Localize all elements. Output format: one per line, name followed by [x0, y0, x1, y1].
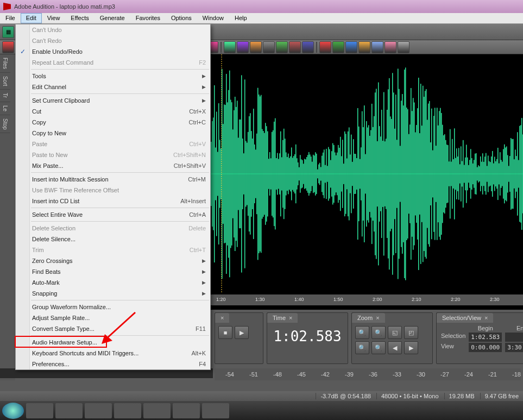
- task-item[interactable]: [85, 403, 112, 418]
- toolbar-button-22[interactable]: [302, 41, 314, 53]
- toolbar-button-16[interactable]: [224, 41, 236, 53]
- close-icon[interactable]: ×: [220, 315, 224, 321]
- menu-shortcut: Ctrl+T: [190, 247, 206, 253]
- svg-rect-436: [487, 166, 488, 181]
- menu-edit[interactable]: Edit: [21, 13, 42, 23]
- menu-item-cut[interactable]: CutCtrl+X: [16, 106, 210, 117]
- zoom-left-button[interactable]: ◀: [388, 341, 402, 354]
- zoom-full-button[interactable]: ◱: [388, 326, 402, 339]
- menu-item-paste-to-new: Paste to NewCtrl+Shift+N: [16, 149, 210, 160]
- start-button[interactable]: [2, 403, 24, 419]
- task-item[interactable]: [143, 403, 171, 418]
- menu-item-label: Preferences...: [32, 361, 69, 367]
- menu-item-set-current-clipboard[interactable]: Set Current Clipboard▶: [16, 95, 210, 106]
- menu-item-mix-paste[interactable]: Mix Paste...Ctrl+Shift+V: [16, 160, 210, 171]
- check-icon: ✓: [20, 48, 26, 55]
- menu-shortcut: Ctrl+A: [189, 211, 206, 218]
- svg-rect-466: [519, 126, 520, 222]
- menu-generate[interactable]: Generate: [94, 13, 130, 23]
- menu-item-tools[interactable]: Tools▶: [16, 71, 210, 82]
- menu-effects[interactable]: Effects: [65, 13, 94, 23]
- task-item[interactable]: [173, 403, 200, 418]
- svg-rect-421: [470, 149, 471, 198]
- menu-item-preferences[interactable]: Preferences...F4: [16, 359, 210, 369]
- sidebar-tab-le[interactable]: Le: [0, 102, 10, 115]
- play-button[interactable]: ▶: [235, 326, 249, 339]
- toolbar-button-21[interactable]: [289, 41, 301, 53]
- menu-favorites[interactable]: Favorites: [130, 13, 166, 23]
- zoom-in-v-button[interactable]: 🔍: [355, 341, 369, 354]
- menu-item-label: Paste: [32, 141, 47, 147]
- selview-begin[interactable]: 1:02.583: [469, 333, 502, 342]
- task-item[interactable]: [26, 403, 53, 418]
- menu-item-find-beats[interactable]: Find Beats▶: [16, 266, 210, 277]
- menu-item-delete-silence[interactable]: Delete Silence...: [16, 234, 210, 245]
- selview-tab[interactable]: Selection/View ×: [437, 313, 493, 323]
- menu-item-insert-into-cd-list[interactable]: Insert into CD ListAlt+Insert: [16, 196, 210, 206]
- sidebar-tab-tr[interactable]: Tr: [0, 90, 10, 102]
- menu-window[interactable]: Window: [197, 13, 229, 23]
- svg-rect-235: [268, 159, 269, 189]
- selview-begin[interactable]: 0:00.000: [469, 343, 502, 352]
- menu-item-copy[interactable]: CopyCtrl+C: [16, 117, 210, 128]
- toolbar-button-25[interactable]: [345, 41, 357, 53]
- task-item[interactable]: [202, 403, 229, 418]
- menu-item-zero-crossings[interactable]: Zero Crossings▶: [16, 255, 210, 266]
- svg-rect-221: [253, 109, 254, 239]
- sidebar-tab-stop[interactable]: Stop: [0, 115, 10, 134]
- menu-item-copy-to-new[interactable]: Copy to New: [16, 128, 210, 139]
- zoom-out-v-button[interactable]: 🔍: [371, 341, 386, 354]
- svg-rect-329: [370, 130, 371, 217]
- menu-item-enable-undo-redo[interactable]: ✓Enable Undo/Redo: [16, 46, 210, 57]
- windows-taskbar[interactable]: [0, 401, 523, 420]
- sidebar-tab-files[interactable]: Files: [0, 54, 10, 73]
- svg-rect-189: [218, 103, 219, 245]
- selview-end[interactable]: 3:30.648: [505, 343, 523, 352]
- toolbar-button-20[interactable]: [276, 41, 288, 53]
- svg-rect-297: [336, 155, 337, 192]
- menu-item-snapping[interactable]: Snapping▶: [16, 288, 210, 299]
- menu-item-select-entire-wave[interactable]: Select Entire WaveCtrl+A: [16, 209, 210, 220]
- time-tab[interactable]: Time ×: [267, 313, 298, 323]
- transport-tab[interactable]: ×: [215, 313, 229, 323]
- close-icon[interactable]: ×: [289, 315, 292, 321]
- close-icon[interactable]: ×: [376, 315, 379, 321]
- toolbar-button-28[interactable]: [385, 41, 396, 53]
- selview-end[interactable]: [505, 333, 523, 342]
- menu-item-label: Find Beats: [32, 268, 61, 275]
- menu-options[interactable]: Options: [166, 13, 197, 23]
- svg-rect-370: [415, 132, 416, 215]
- menu-file[interactable]: File: [0, 13, 21, 23]
- toolbar-button-19[interactable]: [263, 41, 275, 53]
- svg-rect-409: [457, 156, 458, 191]
- menu-item-auto-mark[interactable]: Auto-Mark▶: [16, 277, 210, 288]
- menu-item-insert-into-multitrack-session[interactable]: Insert into Multitrack SessionCtrl+M: [16, 174, 210, 185]
- toolbar-button-0[interactable]: [2, 41, 14, 53]
- zoom-in-h-button[interactable]: 🔍: [355, 326, 369, 339]
- stop-button[interactable]: ■: [218, 326, 232, 339]
- toolbar-button-26[interactable]: [358, 41, 370, 53]
- task-item[interactable]: [114, 403, 141, 418]
- close-icon[interactable]: ×: [484, 315, 488, 321]
- toolbar-button-24[interactable]: [332, 41, 344, 53]
- edit-view-button[interactable]: ▦: [2, 26, 14, 38]
- svg-rect-397: [444, 134, 445, 214]
- toolbar-button-18[interactable]: [250, 41, 262, 53]
- sidebar-tab-sort[interactable]: Sort: [0, 73, 10, 90]
- zoom-out-h-button[interactable]: 🔍: [371, 326, 386, 339]
- toolbar-button-29[interactable]: [398, 41, 409, 53]
- toolbar-button-17[interactable]: [237, 41, 249, 53]
- svg-rect-260: [295, 145, 297, 203]
- zoom-sel-button[interactable]: ◰: [404, 326, 418, 339]
- toolbar-button-23[interactable]: [319, 41, 331, 53]
- zoom-tab[interactable]: Zoom ×: [352, 313, 385, 323]
- db-tick: -33: [393, 371, 401, 378]
- menu-view[interactable]: View: [42, 13, 66, 23]
- zoom-right-button[interactable]: ▶: [404, 341, 418, 354]
- menu-help[interactable]: Help: [229, 13, 253, 23]
- menu-item-label: Adjust Sample Rate...: [32, 315, 90, 321]
- svg-rect-344: [387, 110, 388, 238]
- toolbar-button-27[interactable]: [371, 41, 383, 53]
- task-item[interactable]: [55, 403, 83, 418]
- menu-item-edit-channel[interactable]: Edit Channel▶: [16, 82, 210, 92]
